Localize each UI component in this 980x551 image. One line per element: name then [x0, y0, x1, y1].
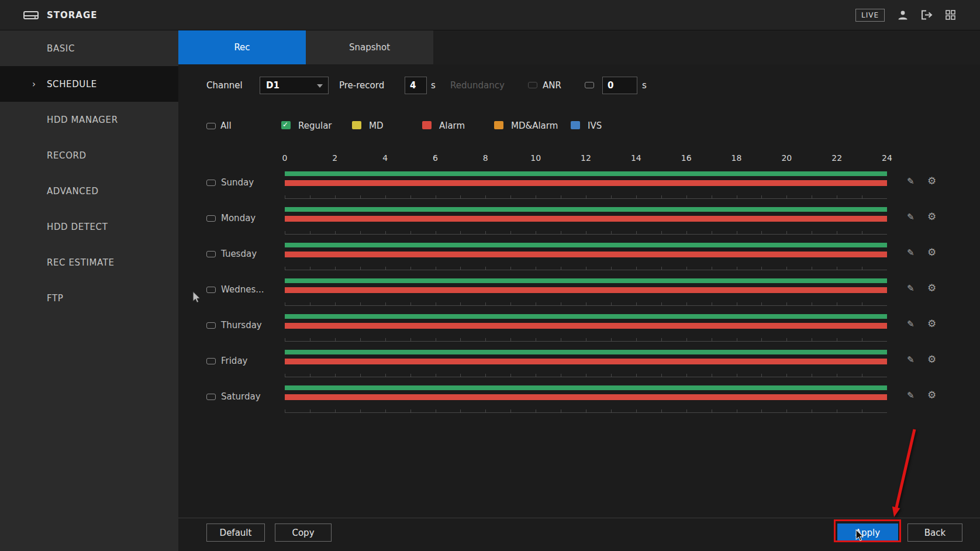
edit-icon[interactable]: [907, 212, 915, 222]
redundancy-label: Redundancy: [450, 80, 505, 91]
edit-icon[interactable]: [907, 176, 915, 187]
redundancy-checkbox[interactable]: [528, 82, 537, 88]
sidebar-item-rec-estimate[interactable]: REC ESTIMATE: [0, 244, 178, 280]
hour-label: 24: [882, 153, 892, 163]
hour-label: 8: [483, 153, 488, 163]
md-alarm-checkbox[interactable]: [494, 121, 503, 129]
alarm-bar: [285, 394, 887, 400]
sidebar-item-advanced[interactable]: ADVANCED: [0, 173, 178, 209]
sidebar-item-ftp[interactable]: FTP: [0, 280, 178, 316]
settings-icon[interactable]: [927, 318, 936, 329]
day-checkbox[interactable]: [206, 215, 216, 222]
ivs-checkbox[interactable]: [571, 121, 580, 129]
schedule-row-wednesday: Wednes...: [178, 276, 980, 311]
sidebar-item-schedule[interactable]: ›SCHEDULE: [0, 66, 178, 102]
regular-bar: [285, 171, 887, 176]
settings-icon[interactable]: [927, 211, 936, 222]
alarm-bar: [285, 359, 887, 364]
user-icon[interactable]: [898, 10, 908, 20]
day-timeline: [285, 207, 887, 235]
channel-label: Channel: [206, 80, 243, 91]
default-button[interactable]: Default: [206, 524, 265, 542]
sidebar-item-label: HDD MANAGER: [47, 115, 118, 125]
day-checkbox[interactable]: [206, 322, 216, 329]
apply-button[interactable]: Apply: [837, 524, 898, 542]
sidebar-item-label: RECORD: [47, 150, 87, 161]
settings-icon[interactable]: [927, 246, 936, 258]
alarm-checkbox[interactable]: [422, 121, 432, 129]
regular-checkbox[interactable]: [281, 121, 291, 129]
day-label: Thursday: [221, 320, 262, 330]
sidebar-item-hdd-detect[interactable]: HDD DETECT: [0, 209, 178, 244]
back-button[interactable]: Back: [907, 524, 962, 542]
main-panel: Rec Snapshot Channel D1 Pre-record s Red…: [178, 30, 980, 551]
tab-rec[interactable]: Rec: [178, 30, 306, 64]
day-checkbox[interactable]: [206, 251, 216, 257]
regular-bar: [285, 314, 887, 319]
tab-strip: Rec Snapshot: [178, 30, 980, 64]
day-label: Friday: [221, 356, 247, 366]
settings-icon[interactable]: [927, 175, 936, 187]
day-checkbox[interactable]: [206, 287, 216, 293]
logout-icon[interactable]: [921, 10, 933, 20]
sidebar-item-basic[interactable]: BASIC: [0, 30, 178, 66]
chevron-down-icon: [317, 84, 323, 88]
prerecord-label: Pre-record: [339, 80, 384, 91]
sidebar: BASIC ›SCHEDULE HDD MANAGER RECORD ADVAN…: [0, 30, 178, 551]
day-timeline: [285, 171, 887, 199]
hour-label: 22: [831, 153, 842, 163]
schedule-row-saturday: Saturday: [178, 383, 980, 418]
day-rows: Sunday Monday: [178, 168, 980, 418]
channel-value: D1: [266, 80, 279, 91]
prerecord-input[interactable]: [405, 77, 427, 94]
alarm-bar: [285, 323, 887, 329]
edit-icon[interactable]: [907, 354, 915, 365]
schedule-row-thursday: Thursday: [178, 311, 980, 347]
hour-label: 12: [581, 153, 591, 163]
hour-label: 16: [681, 153, 692, 163]
day-timeline: [285, 314, 887, 342]
controls-row: Channel D1 Pre-record s Redundancy ANR s: [178, 76, 980, 95]
tab-snapshot[interactable]: Snapshot: [306, 30, 433, 64]
md-checkbox[interactable]: [352, 121, 361, 129]
timeline-ticks: [285, 374, 887, 377]
day-label: Sunday: [221, 177, 254, 188]
day-checkbox[interactable]: [206, 358, 216, 364]
edit-icon[interactable]: [907, 283, 915, 294]
live-button[interactable]: LIVE: [855, 9, 885, 22]
channel-dropdown[interactable]: D1: [260, 77, 329, 94]
anr-checkbox[interactable]: [585, 82, 594, 88]
edit-icon[interactable]: [907, 319, 915, 329]
sidebar-item-record[interactable]: RECORD: [0, 137, 178, 173]
day-label: Tuesday: [221, 249, 257, 259]
regular-bar: [285, 207, 887, 212]
anr-input[interactable]: [602, 77, 637, 94]
regular-label: Regular: [298, 120, 332, 131]
day-checkbox[interactable]: [206, 394, 216, 400]
sidebar-item-hdd-manager[interactable]: HDD MANAGER: [0, 102, 178, 137]
hour-label: 0: [282, 153, 288, 163]
all-checkbox[interactable]: [206, 123, 216, 129]
settings-icon[interactable]: [927, 389, 936, 401]
alarm-bar: [285, 180, 887, 186]
timeline-ticks: [285, 409, 887, 412]
alarm-bar: [285, 252, 887, 257]
settings-icon[interactable]: [927, 353, 936, 365]
alarm-bar: [285, 287, 887, 293]
anr-unit-label: s: [642, 80, 647, 91]
schedule-row-friday: Friday: [178, 347, 980, 383]
edit-icon[interactable]: [907, 390, 915, 401]
settings-icon[interactable]: [927, 282, 936, 294]
chevron-right-icon: ›: [32, 79, 36, 89]
copy-button[interactable]: Copy: [275, 524, 332, 542]
hour-scale: 0 2 4 6 8 10 12 14 16 18 20 22 24: [285, 153, 887, 167]
day-checkbox[interactable]: [206, 180, 216, 186]
hour-label: 20: [781, 153, 792, 163]
grid-icon[interactable]: [946, 10, 955, 20]
storage-drive-icon: [23, 9, 39, 21]
edit-icon[interactable]: [907, 247, 915, 258]
sidebar-item-label: BASIC: [47, 43, 75, 54]
day-timeline: [285, 278, 887, 306]
footer-bar: Default Copy Apply Back: [178, 518, 980, 551]
timeline-ticks: [285, 231, 887, 234]
